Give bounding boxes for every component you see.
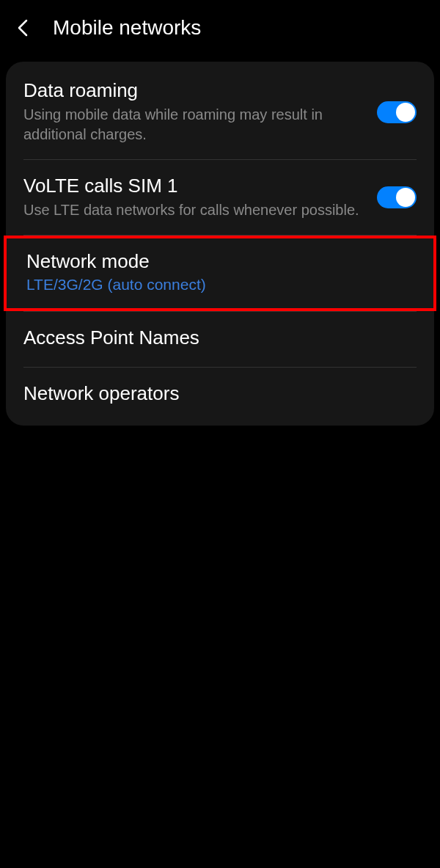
header: Mobile networks [0, 0, 440, 56]
volte-row[interactable]: VoLTE calls SIM 1 Use LTE data networks … [6, 160, 434, 235]
setting-text: Data roaming Using mobile data while roa… [23, 79, 377, 145]
setting-title: Network operators [23, 382, 405, 405]
setting-value: LTE/3G/2G (auto connect) [26, 276, 402, 293]
page-title: Mobile networks [53, 16, 201, 40]
toggle-knob [396, 103, 415, 122]
setting-subtitle: Use LTE data networks for calls whenever… [23, 200, 365, 220]
setting-title: Data roaming [23, 79, 365, 102]
volte-toggle[interactable] [377, 186, 417, 208]
data-roaming-row[interactable]: Data roaming Using mobile data while roa… [6, 65, 434, 159]
data-roaming-toggle[interactable] [377, 101, 417, 123]
setting-text: Network mode LTE/3G/2G (auto connect) [26, 250, 414, 293]
setting-title: Network mode [26, 250, 402, 273]
setting-title: VoLTE calls SIM 1 [23, 175, 365, 197]
setting-text: Access Point Names [23, 327, 417, 352]
toggle-knob [396, 188, 415, 207]
operators-row[interactable]: Network operators [6, 368, 434, 423]
settings-panel: Data roaming Using mobile data while roa… [6, 62, 434, 426]
setting-text: VoLTE calls SIM 1 Use LTE data networks … [23, 175, 377, 220]
setting-subtitle: Using mobile data while roaming may resu… [23, 105, 365, 145]
network-mode-row[interactable]: Network mode LTE/3G/2G (auto connect) [4, 236, 436, 311]
setting-text: Network operators [23, 382, 417, 408]
apn-row[interactable]: Access Point Names [6, 312, 434, 367]
setting-title: Access Point Names [23, 327, 405, 349]
back-icon[interactable] [15, 19, 32, 37]
